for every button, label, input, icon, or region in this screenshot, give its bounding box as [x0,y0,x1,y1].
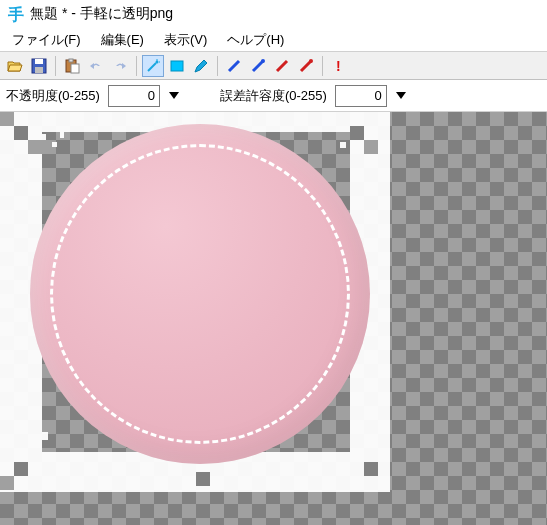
svg-rect-31 [40,432,48,440]
eraser-tool-icon[interactable] [166,55,188,77]
svg-rect-27 [340,142,346,148]
canvas[interactable] [0,112,547,525]
svg-rect-40 [364,462,378,476]
svg-line-7 [148,63,156,71]
canvas-area [0,112,547,525]
separator [322,56,323,76]
fill-red-icon[interactable] [271,55,293,77]
svg-rect-34 [330,452,338,461]
svg-rect-28 [360,192,366,202]
fill-darkred-icon[interactable] [295,55,317,77]
svg-rect-41 [14,462,28,476]
redo-icon[interactable] [109,55,131,77]
svg-rect-3 [35,67,43,73]
menubar: ファイル(F) 編集(E) 表示(V) ヘルプ(H) [0,28,547,52]
svg-point-17 [309,59,313,63]
save-icon[interactable] [28,55,50,77]
app-icon: 手 [6,5,24,23]
svg-rect-43 [0,112,14,126]
opacity-input[interactable] [108,85,160,107]
svg-line-13 [253,61,263,71]
svg-point-14 [261,59,265,63]
separator [136,56,137,76]
wand-tool-icon[interactable] [142,55,164,77]
opacity-label: 不透明度(0-255) [6,87,100,105]
svg-rect-11 [171,61,183,71]
toolbar: ! [0,52,547,80]
undo-icon[interactable] [85,55,107,77]
window-title: 無題 * - 手軽に透明png [30,5,173,23]
svg-rect-39 [350,126,364,140]
titlebar: 手 無題 * - 手軽に透明png [0,0,547,28]
svg-rect-25 [60,130,64,138]
tolerance-dropdown-icon[interactable] [395,89,409,103]
svg-text:手: 手 [7,6,24,23]
tolerance-label: 誤差許容度(0-255) [220,87,327,105]
svg-line-15 [277,61,287,71]
open-icon[interactable] [4,55,26,77]
menu-edit[interactable]: 編集(E) [93,29,152,51]
svg-rect-42 [196,472,210,486]
paste-icon[interactable] [61,55,83,77]
menu-help[interactable]: ヘルプ(H) [219,29,292,51]
menu-file[interactable]: ファイル(F) [4,29,89,51]
tolerance-input[interactable] [335,85,387,107]
svg-rect-6 [71,64,79,73]
svg-line-12 [229,61,239,71]
svg-rect-24 [52,142,57,147]
svg-rect-30 [360,372,368,380]
alert-icon[interactable]: ! [328,55,350,77]
svg-rect-38 [42,154,56,168]
svg-text:!: ! [336,58,341,74]
fill-blue-icon[interactable] [223,55,245,77]
image-circle [30,124,370,464]
svg-rect-36 [25,212,35,218]
param-bar: 不透明度(0-255) 誤差許容度(0-255) [0,80,547,112]
svg-rect-23 [40,134,46,140]
svg-rect-37 [14,126,28,140]
svg-rect-46 [0,476,14,490]
svg-rect-44 [28,140,42,154]
fill-cyan-icon[interactable] [247,55,269,77]
svg-rect-2 [35,59,43,64]
separator [217,56,218,76]
svg-rect-45 [364,140,378,154]
svg-rect-33 [300,462,312,468]
opacity-dropdown-icon[interactable] [168,89,182,103]
svg-rect-32 [70,462,80,467]
svg-rect-5 [69,59,73,62]
pen-tool-icon[interactable] [190,55,212,77]
separator [55,56,56,76]
menu-view[interactable]: 表示(V) [156,29,215,51]
svg-rect-26 [90,127,95,131]
svg-line-16 [301,61,311,71]
